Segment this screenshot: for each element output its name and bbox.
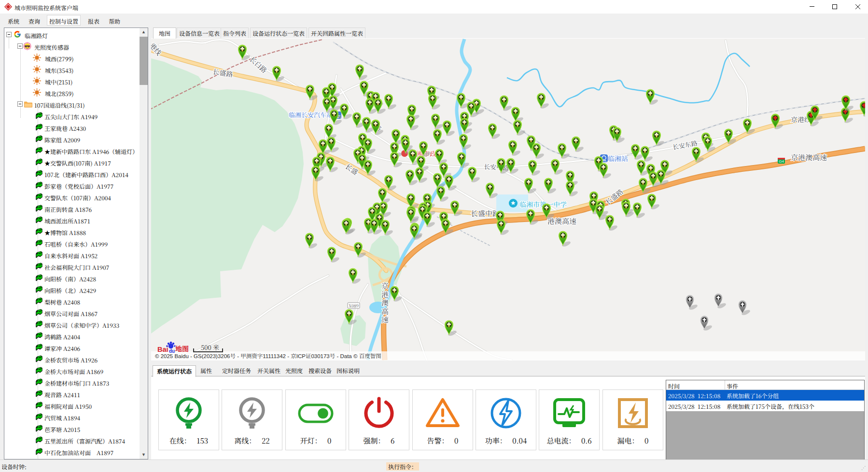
svg-text:京港澳高速: 京港澳高速 — [791, 152, 827, 162]
svg-text:地图: 地图 — [175, 344, 189, 353]
svg-text:G4: G4 — [779, 159, 784, 164]
svg-text:速: 速 — [381, 314, 389, 324]
svg-text:长盛中路: 长盛中路 — [471, 208, 500, 218]
svg-text:X089: X089 — [349, 303, 359, 309]
svg-text:du: du — [169, 348, 175, 354]
svg-text:500 米: 500 米 — [201, 343, 219, 352]
svg-text:© 2025 Baidu - GS(2023)3206号 -: © 2025 Baidu - GS(2023)3206号 - 甲测资字11111… — [155, 353, 381, 359]
svg-text:临湘站: 临湘站 — [608, 153, 628, 163]
